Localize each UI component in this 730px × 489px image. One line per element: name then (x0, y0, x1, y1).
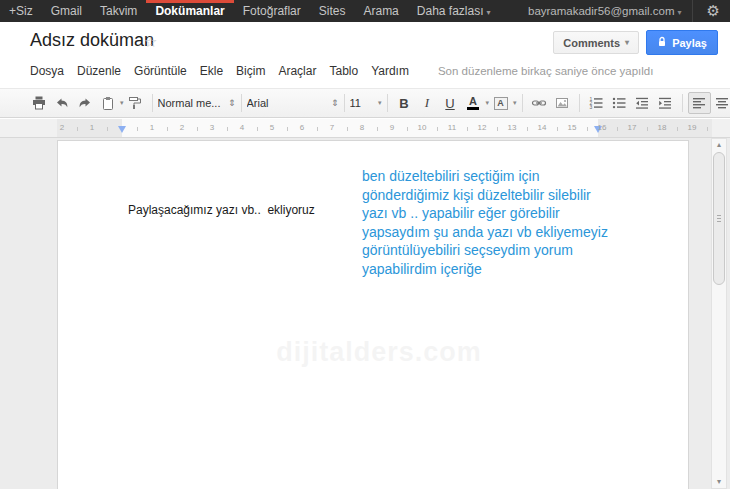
paste-button[interactable] (96, 92, 119, 114)
ruler-tick (677, 127, 678, 131)
numbered-list-button[interactable]: 123 (585, 92, 608, 114)
ruler-track[interactable]: 2112345678910111213141516171819 (57, 119, 712, 137)
ruler-number: 19 (688, 123, 697, 132)
ruler-number: 6 (300, 123, 304, 132)
topbar-nav: +Siz Gmail Takvim Dokümanlar Fotoğraflar… (0, 0, 500, 22)
text-color-button[interactable]: A (462, 92, 485, 114)
vertical-scrollbar[interactable]: ▴ ▾ (711, 138, 727, 489)
ruler-number: 11 (448, 123, 456, 132)
lock-icon (657, 36, 667, 50)
paragraph-blue: ben düzeltebiliri seçtiğim için gönderdi… (362, 167, 608, 278)
topbar-item-siz[interactable]: +Siz (0, 0, 42, 22)
toolbar-divider (344, 94, 345, 112)
share-button[interactable]: Paylaş (646, 30, 718, 55)
menubar: Dosya Düzenle Görüntüle Ekle Biçim Araçl… (30, 64, 653, 78)
scrollbar-thumb[interactable] (713, 152, 725, 285)
header-buttons: Comments▾ Paylaş (553, 30, 718, 55)
align-left-button[interactable] (688, 92, 711, 114)
menu-bicim[interactable]: Biçim (236, 64, 265, 78)
decrease-indent-button[interactable] (631, 92, 654, 114)
document-page[interactable]: Paylaşacağımız yazı vb.. ekliyoruz ben d… (57, 140, 689, 489)
menu-araclar[interactable]: Araçlar (278, 64, 316, 78)
paint-format-button[interactable] (124, 92, 147, 114)
align-center-button[interactable] (711, 92, 730, 114)
font-value: Arial (247, 97, 327, 109)
ruler-number: 2 (180, 123, 184, 132)
topbar-item-gmail[interactable]: Gmail (42, 0, 91, 22)
ruler-tick (347, 127, 348, 131)
italic-button[interactable]: I (416, 92, 439, 114)
ruler-number: 18 (658, 123, 667, 132)
topbar-item-fotograflar[interactable]: Fotoğraflar (234, 0, 310, 22)
ruler-tick (497, 127, 498, 131)
gear-icon[interactable]: ⚙ (701, 0, 726, 22)
redo-button[interactable] (73, 92, 96, 114)
ruler-number: 12 (478, 123, 487, 132)
topbar-item-takvim[interactable]: Takvim (91, 0, 146, 22)
document-title[interactable]: Adsız doküman (30, 30, 154, 51)
chevron-down-icon: ▾ (378, 99, 382, 107)
menu-tablo[interactable]: Tablo (329, 64, 358, 78)
ruler-number: 16 (598, 123, 607, 132)
topbar-divider (692, 0, 693, 22)
account-menu[interactable]: bayramakadir56@gmail.com▾ (528, 5, 682, 17)
google-topbar: +Siz Gmail Takvim Dokümanlar Fotoğraflar… (0, 0, 730, 22)
insert-link-button[interactable] (528, 92, 551, 114)
left-indent-marker[interactable] (118, 126, 126, 133)
menu-dosya[interactable]: Dosya (30, 64, 64, 78)
underline-button[interactable]: U (439, 92, 462, 114)
ruler-number: 1 (150, 123, 154, 132)
ruler-tick (527, 127, 528, 131)
topbar-item-more[interactable]: Daha fazlası▾ (408, 0, 500, 22)
ruler-tick (107, 127, 108, 131)
highlight-color-button[interactable]: A (489, 92, 512, 114)
scroll-down-arrow-icon[interactable]: ▾ (712, 477, 726, 486)
updown-icon: ⇕ (331, 98, 339, 108)
ruler-tick (227, 127, 228, 131)
menu-goruntule[interactable]: Görüntüle (134, 64, 187, 78)
topbar-account-area: bayramakadir56@gmail.com▾ ⚙ (528, 0, 730, 22)
scroll-up-arrow-icon[interactable]: ▴ (712, 139, 726, 151)
ruler-tick (287, 127, 288, 131)
ruler-number: 1 (90, 123, 94, 132)
font-size-dropdown[interactable]: 11▾ (350, 92, 382, 114)
increase-indent-button[interactable] (654, 92, 677, 114)
insert-image-button[interactable] (551, 92, 574, 114)
last-edit-status: Son düzenleme birkaç saniye önce yapıldı (438, 65, 653, 77)
topbar-item-sites[interactable]: Sites (310, 0, 355, 22)
menu-ekle[interactable]: Ekle (200, 64, 223, 78)
ruler-tick (587, 127, 588, 131)
bold-button[interactable]: B (393, 92, 416, 114)
ruler-tick (407, 127, 408, 131)
topbar-item-arama[interactable]: Arama (354, 0, 407, 22)
ruler-number: 7 (330, 123, 334, 132)
menu-yardim[interactable]: Yardım (371, 64, 409, 78)
styles-dropdown[interactable]: Normal me...⇕ (158, 92, 236, 114)
print-button[interactable] (27, 92, 50, 114)
undo-button[interactable] (50, 92, 73, 114)
menu-duzenle[interactable]: Düzenle (77, 64, 121, 78)
ruler-tick (617, 127, 618, 131)
ruler-tick (707, 127, 708, 131)
google-docs-app: +Siz Gmail Takvim Dokümanlar Fotoğraflar… (0, 0, 730, 489)
scrollbar-grip (717, 215, 721, 222)
bulleted-list-button[interactable] (608, 92, 631, 114)
comments-button[interactable]: Comments▾ (553, 31, 639, 54)
topbar-item-dokumanlar[interactable]: Dokümanlar (146, 0, 233, 22)
ruler-number: 10 (418, 123, 427, 132)
star-icon[interactable]: ☆ (144, 33, 157, 51)
font-size-value: 11 (350, 97, 377, 109)
ruler-tick (467, 127, 468, 131)
ruler-tick (197, 127, 198, 131)
toolbar-divider (522, 94, 523, 112)
toolbar-divider (579, 94, 580, 112)
ruler-tick (557, 127, 558, 131)
toolbar-divider (387, 94, 388, 112)
font-dropdown[interactable]: Arial⇕ (247, 92, 339, 114)
ruler-tick (167, 127, 168, 131)
ruler-number: 13 (508, 123, 517, 132)
chevron-down-icon: ▾ (625, 38, 629, 47)
toolbar-divider (682, 94, 683, 112)
highlight-color-caret[interactable]: ▾ (513, 99, 517, 107)
paragraph-black: Paylaşacağımız yazı vb.. ekliyoruz (128, 203, 315, 217)
